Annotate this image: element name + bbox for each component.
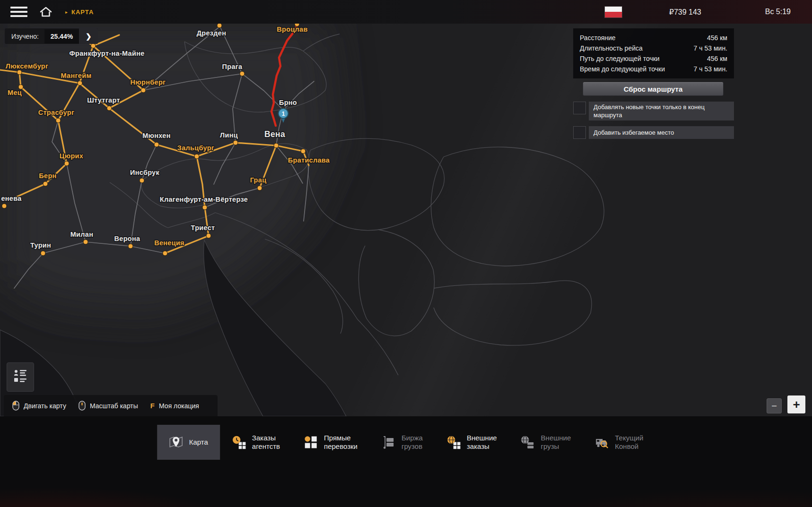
city-label[interactable]: Вроцлав — [277, 26, 307, 33]
city-dot[interactable] — [140, 178, 144, 183]
city-label[interactable]: Линц — [220, 131, 238, 139]
city-label[interactable]: Милан — [70, 231, 94, 238]
city-label[interactable]: Брно — [279, 99, 297, 106]
city-label[interactable]: Нюрнберг — [131, 78, 166, 86]
city-label[interactable]: Триест — [191, 224, 215, 232]
tab-direct-transport-label: Прямые перевозки — [324, 434, 358, 451]
zoom-out-button[interactable]: − — [767, 398, 782, 413]
city-dot[interactable] — [41, 251, 45, 256]
city-label[interactable]: Берн — [39, 172, 56, 180]
explored-value: 25.44% — [44, 29, 79, 43]
city-label[interactable]: Грац — [250, 176, 267, 184]
city-dot[interactable] — [206, 233, 211, 238]
city-dot[interactable] — [128, 244, 133, 249]
waypoint-number: 1 — [282, 111, 285, 117]
tab-agency-orders[interactable]: Заказы агентств — [220, 425, 292, 460]
map-hints-bar: Двигать карту Масштаб карты F Моя локаци… — [4, 395, 218, 416]
city-label[interactable]: Люксембург — [6, 62, 49, 70]
tab-external-freight[interactable]: Внешние грузы — [509, 425, 583, 460]
home-button[interactable] — [40, 6, 52, 17]
city-label[interactable]: Вена — [264, 129, 285, 139]
city-dot[interactable] — [2, 204, 7, 208]
city-dot[interactable] — [233, 140, 238, 145]
tab-map[interactable]: Карта — [157, 425, 220, 460]
convoy-truck-icon — [594, 435, 609, 449]
topbar-status-area: ₽739 143 Вс 5:19 — [605, 7, 812, 17]
city-dot[interactable] — [56, 118, 61, 123]
zoom-in-button[interactable]: + — [787, 395, 805, 413]
city-label[interactable]: Венеция — [154, 239, 184, 247]
tab-direct-transport[interactable]: Прямые перевозки — [292, 425, 369, 460]
city-label[interactable]: Зальцбург — [177, 144, 214, 152]
city-dot[interactable] — [83, 240, 88, 244]
city-dot[interactable] — [194, 154, 199, 159]
route-info-value: 7 ч 53 мин. — [694, 64, 727, 74]
city-label[interactable]: Мангейм — [61, 72, 92, 79]
tab-external-orders[interactable]: Внешние заказы — [435, 425, 509, 460]
topbar: ▸ КАРТА ₽739 143 Вс 5:19 — [0, 0, 812, 24]
tab-external-freight-label: Внешние грузы — [541, 434, 571, 451]
hint-drag-map: Двигать карту — [12, 401, 66, 411]
avoid-place-checkbox[interactable] — [573, 126, 586, 139]
city-dot[interactable] — [301, 149, 306, 154]
city-label[interactable]: енева — [1, 195, 22, 202]
tab-freight-market-label: Биржа грузов — [402, 434, 423, 451]
city-dot[interactable] — [91, 43, 96, 48]
map-pin-icon — [169, 435, 183, 449]
city-label[interactable]: Прага — [222, 63, 243, 70]
globe-freight-icon — [521, 435, 535, 449]
append-waypoints-label: Добавлять новые точки только в конец мар… — [589, 102, 734, 120]
city-dot[interactable] — [274, 143, 279, 148]
city-label[interactable]: Инсбрук — [130, 169, 160, 176]
map-legend-button[interactable] — [7, 362, 34, 392]
map-area: ДрезденВроцлавФранкфурт-на-МайнеЛюксембу… — [0, 24, 812, 416]
route-info-label: Длительность рейса — [580, 43, 643, 53]
city-label[interactable]: Франкфурт-на-Майне — [69, 50, 144, 57]
city-label[interactable]: Дрезден — [197, 29, 227, 37]
city-dot[interactable] — [202, 205, 207, 210]
city-dot[interactable] — [64, 161, 69, 166]
city-dot[interactable] — [217, 24, 222, 28]
city-label[interactable]: Страсбург — [38, 109, 75, 116]
append-waypoints-checkbox[interactable] — [573, 102, 586, 114]
route-info-row: Время до следующей точки 7 ч 53 мин. — [580, 64, 727, 74]
city-dot[interactable] — [163, 251, 167, 256]
city-label[interactable]: Цюрих — [60, 152, 83, 160]
route-info-label: Время до следующей точки — [580, 64, 665, 74]
route-info-label: Путь до следующей точки — [580, 53, 660, 64]
reset-route-button[interactable]: Сброс маршрута — [583, 82, 724, 96]
city-dot[interactable] — [17, 70, 22, 75]
money-balance: ₽739 143 — [669, 8, 701, 17]
route-info-row: Путь до следующей точки 456 км — [580, 53, 727, 64]
explored-label: Изучено: — [11, 33, 39, 40]
hint-location-label: Моя локация — [159, 402, 199, 410]
zoom-controls: − + — [767, 395, 805, 413]
explored-expand-button[interactable]: ❯ — [79, 28, 98, 44]
city-label[interactable]: Штутгарт — [87, 96, 120, 104]
city-label[interactable]: Клагенфурт-ам-Вёртерзе — [160, 196, 248, 203]
freight-market-icon — [381, 435, 395, 449]
city-label[interactable]: Мюнхен — [142, 132, 171, 139]
city-dot[interactable] — [141, 88, 146, 93]
city-label[interactable]: Верона — [114, 235, 141, 242]
city-label[interactable]: Мец — [8, 89, 22, 96]
city-dot[interactable] — [240, 71, 244, 76]
explored-badge: Изучено: 25.44% ❯ — [5, 28, 98, 44]
city-dot[interactable] — [154, 142, 159, 147]
breadcrumb-arrow-icon: ▸ — [65, 9, 68, 15]
city-label[interactable]: Турин — [30, 241, 51, 249]
clock-orders-icon — [232, 435, 246, 449]
city-dot[interactable] — [257, 186, 262, 190]
route-info-rows: Расстояние 456 км Длительность рейса 7 ч… — [573, 28, 734, 78]
city-dot[interactable] — [43, 181, 48, 186]
tab-current-convoy[interactable]: Текущий Конвой — [583, 425, 655, 460]
avoid-place-row: Добавить избегаемое место — [573, 126, 734, 139]
tab-external-orders-label: Внешние заказы — [467, 434, 497, 451]
route-info-label: Расстояние — [580, 33, 616, 43]
tab-freight-market[interactable]: Биржа грузов — [369, 425, 435, 460]
city-label[interactable]: Братислава — [288, 156, 330, 164]
hamburger-menu-button[interactable] — [10, 4, 27, 19]
city-dot[interactable] — [107, 106, 112, 111]
mouse-wheel-icon — [79, 401, 86, 411]
city-dot[interactable] — [78, 81, 82, 86]
